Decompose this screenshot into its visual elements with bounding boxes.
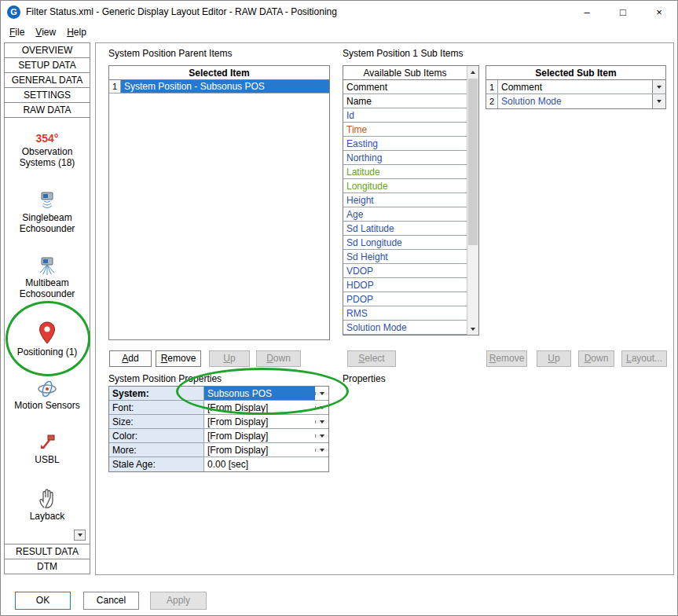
sidebar-item-overview[interactable]: OVERVIEW xyxy=(4,42,90,58)
list-item[interactable]: RMS xyxy=(343,306,467,321)
select-button[interactable]: Select xyxy=(347,350,396,367)
up-button[interactable]: Up xyxy=(209,350,250,367)
selected-sub-item-table: Selected Sub Item 1 Comment 2 Solution M… xyxy=(486,65,666,109)
dropdown-button[interactable] xyxy=(315,434,328,438)
apply-button[interactable]: Apply xyxy=(150,592,207,610)
list-item-label: Easting xyxy=(346,138,378,149)
chevron-down-icon xyxy=(320,406,324,409)
down-sub-button[interactable]: Down xyxy=(578,350,614,367)
sidebar-item-positioning[interactable]: Positioning (1) xyxy=(5,321,90,358)
sidebar-item-layback[interactable]: Layback xyxy=(5,487,90,522)
table-row[interactable]: 2 Solution Mode xyxy=(486,94,665,108)
hand-icon xyxy=(38,487,57,509)
list-item[interactable]: Comment xyxy=(343,80,467,94)
singlebeam-echosounder-icon xyxy=(37,190,57,211)
list-item[interactable]: VDOP xyxy=(343,264,467,278)
multibeam-echosounder-icon xyxy=(37,255,57,276)
ok-button[interactable]: OK xyxy=(15,592,71,610)
list-item-label: RMS xyxy=(346,308,368,319)
remove-sub-button[interactable]: Remove xyxy=(486,350,527,367)
maximize-button[interactable]: □ xyxy=(605,1,641,23)
scrollbar-down-icon[interactable] xyxy=(467,323,478,335)
font-select[interactable]: [From Display] xyxy=(204,401,328,414)
properties-group-label: System Position Properties xyxy=(108,373,222,384)
list-item[interactable]: PDOP xyxy=(343,292,467,306)
list-item[interactable]: Id xyxy=(343,108,467,123)
dropdown-button[interactable] xyxy=(652,94,665,108)
sidebar-item-general-data[interactable]: GENERAL DATA xyxy=(4,72,90,88)
system-select[interactable]: Subsonus POS xyxy=(204,387,328,400)
list-item[interactable]: Solution Mode xyxy=(343,321,467,335)
list-item[interactable]: Easting xyxy=(343,137,467,151)
menu-help[interactable]: Help xyxy=(61,24,92,40)
dropdown-button[interactable] xyxy=(315,406,328,409)
add-button[interactable]: Add xyxy=(109,350,152,367)
list-item-label: Id xyxy=(346,110,354,121)
dropdown-button[interactable] xyxy=(652,80,665,94)
sidebar-item-label: Motion Sensors xyxy=(11,400,83,411)
app-icon: G xyxy=(7,6,20,19)
system-select-value: Subsonus POS xyxy=(204,387,315,400)
sidebar-item-multibeam-echosounder[interactable]: Multibeam Echosounder xyxy=(5,255,90,299)
list-item[interactable]: Longitude xyxy=(343,179,467,193)
layout-button[interactable]: Layout... xyxy=(621,350,667,367)
list-item[interactable]: Sd Latitude xyxy=(343,222,467,236)
dropdown-button[interactable] xyxy=(315,449,328,452)
stale-age-field[interactable]: 0.00 [sec] xyxy=(204,457,328,471)
sidebar-item-label: Layback xyxy=(11,511,83,522)
list-item[interactable]: Latitude xyxy=(343,165,467,179)
list-item[interactable]: HDOP xyxy=(343,278,467,292)
minimize-button[interactable]: – xyxy=(569,1,605,23)
sidebar-item-setup-data[interactable]: SETUP DATA xyxy=(4,57,90,73)
list-item[interactable]: Sd Height xyxy=(343,250,467,264)
parent-items-header: Selected Item xyxy=(109,66,329,80)
property-row-more: More: [From Display] xyxy=(109,443,328,457)
remove-button[interactable]: Remove xyxy=(156,350,201,367)
scrollbar[interactable] xyxy=(467,66,478,335)
dropdown-button[interactable] xyxy=(315,420,328,424)
sidebar-dropdown-button[interactable] xyxy=(74,530,86,541)
list-item[interactable]: Northing xyxy=(343,151,467,165)
scrollbar-up-icon[interactable] xyxy=(467,66,478,78)
sidebar-item-settings[interactable]: SETTINGS xyxy=(4,87,90,103)
list-item[interactable]: Name xyxy=(343,94,467,108)
sidebar-item-raw-data[interactable]: RAW DATA xyxy=(4,102,90,118)
more-select-value: [From Display] xyxy=(204,445,315,456)
sidebar-item-dtm[interactable]: DTM xyxy=(4,559,90,574)
list-item-label: Comment xyxy=(346,82,387,93)
list-item-label: Age xyxy=(346,209,363,220)
list-item-label: Northing xyxy=(346,152,382,163)
menu-file[interactable]: File xyxy=(4,24,30,40)
sidebar-item-singlebeam-echosounder[interactable]: Singlebeam Echosounder xyxy=(5,190,90,234)
sidebar-item-result-data[interactable]: RESULT DATA xyxy=(4,544,90,559)
scrollbar-thumb[interactable] xyxy=(468,79,478,245)
size-select[interactable]: [From Display] xyxy=(204,415,328,428)
sidebar-item-observation-systems[interactable]: 354° Observation Systems (18) xyxy=(5,132,90,168)
cancel-button[interactable]: Cancel xyxy=(83,592,139,610)
selected-sub-item-header: Selected Sub Item xyxy=(486,66,665,80)
right-properties-label: Properties xyxy=(343,373,386,384)
list-item-label: Sd Latitude xyxy=(346,223,394,234)
color-select[interactable]: [From Display] xyxy=(204,429,328,442)
more-select[interactable]: [From Display] xyxy=(204,443,328,456)
dropdown-button[interactable] xyxy=(315,392,328,395)
table-row[interactable]: 1 Comment xyxy=(486,80,665,94)
up-sub-button[interactable]: Up xyxy=(537,350,571,367)
down-button[interactable]: Down xyxy=(256,350,301,367)
list-item[interactable]: Time xyxy=(343,123,467,137)
list-item[interactable]: Sd Longitude xyxy=(343,236,467,250)
font-select-value: [From Display] xyxy=(204,402,315,413)
selected-sub-item-label: Comment xyxy=(498,80,652,94)
table-row[interactable]: 1 System Position - Subsonus POS xyxy=(109,80,329,94)
parent-items-table: Selected Item 1 System Position - Subson… xyxy=(108,65,330,340)
chevron-down-icon xyxy=(320,449,324,452)
list-item[interactable]: Age xyxy=(343,207,467,222)
property-row-system: System: Subsonus POS xyxy=(109,387,328,401)
parent-items-group-label: System Position Parent Items xyxy=(108,48,232,59)
close-button[interactable]: × xyxy=(641,1,677,23)
list-item-label: Height xyxy=(346,195,374,206)
sidebar-item-usbl[interactable]: USBL xyxy=(5,432,90,465)
menu-view[interactable]: View xyxy=(30,24,61,40)
sidebar-item-motion-sensors[interactable]: Motion Sensors xyxy=(5,380,90,411)
list-item[interactable]: Height xyxy=(343,193,467,207)
